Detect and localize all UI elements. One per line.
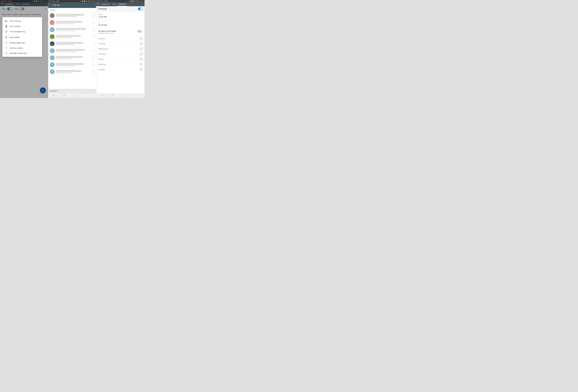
panel-blacklist: 39° ✉ 🔒 🎧 Jabra 🔵 ⏰ 📶 74% 🔋 12:17 PM ☰ B…	[0, 0, 48, 98]
avatar-2	[50, 20, 55, 25]
thursday-label: Thursday	[98, 53, 106, 55]
day-row-monday: Monday	[96, 36, 144, 41]
call-name-blur-5	[56, 42, 83, 43]
monday-checkbox[interactable]	[140, 37, 142, 40]
123abc-icon: 123abc	[5, 36, 8, 39]
menu-icon-3[interactable]: ☰	[97, 2, 99, 6]
menu-item-msg-contains-label: Message contains text	[10, 52, 27, 54]
call-item-8: +1	[48, 61, 96, 68]
search-input[interactable]	[50, 9, 94, 11]
call-info-3	[56, 28, 91, 31]
phone-icon: 📞	[5, 20, 8, 22]
status-right-3: 🔵 ⏰ 📶 74% 🔋 12:18 PM	[129, 0, 144, 2]
call-item-5	[48, 40, 96, 47]
sunday-label: Sunday	[98, 69, 105, 71]
tab-log-3[interactable]: LOG	[111, 2, 117, 6]
schedule-header: Schedule	[96, 6, 144, 12]
call-info-6	[56, 49, 91, 52]
call-info-5	[56, 42, 91, 45]
nav-home-btn-2[interactable]: ←	[86, 94, 91, 97]
schedule-toggle-knob	[140, 8, 142, 10]
call-item-6: +1	[48, 47, 96, 54]
nav-home-btn-3[interactable]: ←	[134, 94, 139, 97]
wednesday-checkbox[interactable]	[140, 48, 142, 50]
status-info-2: 39° ✉ 🔒 🎧 Jabra	[49, 0, 59, 2]
menu-item-begins-with-label: Number begins with	[10, 42, 25, 44]
saturday-checkbox[interactable]	[140, 63, 142, 66]
menu-item-messages[interactable]: 💬 From messages log	[2, 29, 42, 34]
call-checkbox-7[interactable]	[93, 57, 95, 59]
nav-back-btn-3[interactable]: ⇄	[110, 94, 115, 97]
from-label: From	[98, 13, 142, 15]
avatar-circle-7: +1	[50, 55, 55, 60]
call-checkbox-1[interactable]	[93, 15, 95, 17]
call-checkbox-8[interactable]	[93, 64, 95, 66]
nav-square-btn-3[interactable]: □	[122, 94, 127, 97]
call-info-9	[56, 70, 91, 73]
menu-item-calls-log[interactable]: 📞 From calls log	[2, 18, 42, 24]
menu-item-msg-contains[interactable]: ?A? Message contains text	[2, 51, 42, 56]
status-bar-3: 39° ✉ 🔒 🎧 Jabra 🔵 ⏰ 📶 74% 🔋 12:18 PM	[96, 0, 144, 2]
call-item-2	[48, 19, 96, 26]
days-title: By days of the week	[98, 30, 116, 32]
friday-checkbox[interactable]	[140, 58, 142, 60]
call-item-3: +1	[48, 26, 96, 33]
nav-square-btn-2[interactable]: □	[74, 94, 78, 97]
schedule-to-row[interactable]: To 12:00 AM	[96, 20, 144, 28]
nav-back-btn-2[interactable]: ⇄	[62, 94, 66, 97]
menu-item-contains[interactable]: ?1? Number contains	[2, 45, 42, 51]
call-checkbox-3[interactable]	[93, 29, 95, 31]
call-checkbox-9[interactable]	[93, 71, 95, 73]
nav-dot-2	[53, 95, 54, 96]
days-header-row: By days of the week Available in PRO ver…	[96, 28, 144, 36]
menu-item-input-number-label: Input number	[10, 36, 20, 38]
call-checkbox-6[interactable]	[93, 50, 95, 52]
day-row-saturday: Saturday	[96, 62, 144, 67]
calls-list: +1	[48, 12, 96, 89]
thursday-checkbox[interactable]	[140, 53, 142, 55]
schedule-from-row[interactable]: From 12:00 AM	[96, 12, 144, 20]
avatar-circle-9: +1	[50, 69, 55, 74]
call-checkbox-4[interactable]	[93, 36, 95, 38]
call-checkbox-2[interactable]	[93, 22, 95, 24]
back-icon[interactable]: ←	[49, 4, 52, 6]
tuesday-checkbox[interactable]	[140, 42, 142, 45]
calls-log-title: Calls log	[52, 4, 95, 6]
saturday-label: Saturday	[98, 63, 106, 65]
menu-item-begins-with[interactable]: 1?? Number begins with	[2, 40, 42, 45]
call-info-2	[56, 21, 91, 24]
day-row-thursday: Thursday	[96, 51, 144, 57]
call-item-7: +1	[48, 54, 96, 61]
call-checkbox-5[interactable]	[93, 43, 95, 45]
avatar-1	[50, 13, 55, 18]
tab-blacklist-3[interactable]: BLACKLIST	[100, 2, 111, 6]
bottom-nav-2: ⇄ □ ←	[48, 93, 96, 98]
sunday-checkbox[interactable]	[140, 68, 142, 71]
status-icons-3: 🔵 ⏰ 📶 74% 🔋 12:18 PM	[129, 0, 144, 2]
menu-item-input-number[interactable]: 123abc Input number	[2, 34, 42, 40]
status-right-2: 🔵 ⏰ 📶 74% 🔋 12:17 PM	[80, 0, 95, 2]
call-info-8	[56, 63, 91, 66]
tuesday-label: Tuesday	[98, 43, 105, 45]
call-name-blur-9	[56, 70, 81, 72]
call-item-4	[48, 33, 96, 40]
avatar-circle-3: +1	[50, 27, 55, 32]
days-text-block: By days of the week Available in PRO ver…	[98, 30, 116, 34]
message-icon: 💬	[5, 31, 8, 33]
to-value: 12:00 AM	[98, 24, 142, 26]
call-time-blur-9	[56, 72, 71, 73]
call-time-blur-4	[56, 37, 72, 38]
msg-contains-icon: ?A?	[5, 52, 8, 54]
call-time-blur-3	[56, 30, 75, 31]
to-label: To	[98, 22, 142, 24]
schedule-toggle[interactable]	[138, 7, 143, 10]
menu-item-contacts-label: From contacts	[10, 25, 21, 27]
menu-item-contacts[interactable]: 👤 From contacts	[2, 24, 42, 29]
schedule-title: Schedule	[98, 8, 107, 10]
call-item-1	[48, 12, 96, 19]
days-subtitle: Available in PRO version	[98, 33, 116, 34]
day-row-friday: Friday	[96, 57, 144, 62]
tab-schedule-3[interactable]: SCHEDULE	[117, 2, 127, 6]
more-icon-3[interactable]: ⋮	[141, 2, 143, 6]
call-time-blur-2	[56, 23, 74, 24]
